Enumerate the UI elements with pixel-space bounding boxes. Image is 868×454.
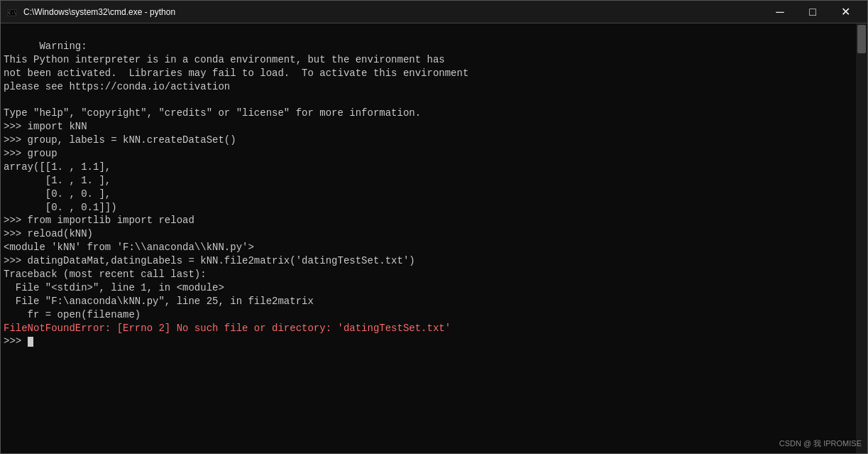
warning-line-1: Warning: This Python interpreter is in a… — [4, 40, 468, 92]
scrollbar[interactable] — [856, 23, 867, 453]
cmd-icon: C:\ — [6, 6, 18, 18]
title-bar: C:\ C:\Windows\system32\cmd.exe - python… — [1, 1, 867, 23]
type-help-line: Type "help", "copyright", "credits" or "… — [4, 107, 421, 119]
error-line: FileNotFoundError: [Errno 2] No such fil… — [4, 323, 451, 334]
close-button[interactable]: ✕ — [829, 1, 862, 23]
maximize-button[interactable]: □ — [796, 1, 829, 23]
minimize-button[interactable]: ─ — [764, 1, 796, 23]
prompt-reload: >>> reload(kNN) — [4, 228, 93, 239]
prompt-create-dataset: >>> group, labels = kNN.createDataSet() — [4, 134, 236, 146]
title-bar-text: C:\Windows\system32\cmd.exe - python — [23, 7, 764, 17]
window: C:\ C:\Windows\system32\cmd.exe - python… — [0, 0, 868, 454]
title-bar-controls: ─ □ ✕ — [764, 1, 862, 23]
prompt-from-importlib: >>> from importlib import reload — [4, 215, 194, 226]
traceback-header: Traceback (most recent call last): File … — [4, 269, 314, 320]
console-area[interactable]: Warning: This Python interpreter is in a… — [1, 23, 867, 453]
watermark: CSDN @ 我 IPROMISE — [779, 438, 862, 449]
scrollbar-thumb[interactable] — [857, 25, 866, 53]
module-output: <module 'kNN' from 'F:\\anaconda\\kNN.py… — [4, 242, 254, 253]
console-content: Warning: This Python interpreter is in a… — [4, 26, 864, 362]
prompt-final: >>> — [4, 335, 33, 347]
cursor — [28, 337, 33, 347]
svg-text:C:\: C:\ — [9, 10, 16, 15]
prompt-group: >>> group — [4, 148, 57, 159]
prompt-import-knn: >>> import kNN — [4, 121, 87, 132]
prompt-file2matrix: >>> datingDataMat,datingLabels = kNN.fil… — [4, 255, 415, 266]
array-output: array([[1. , 1.1], [1. , 1. ], [0. , 0. … — [4, 161, 117, 213]
